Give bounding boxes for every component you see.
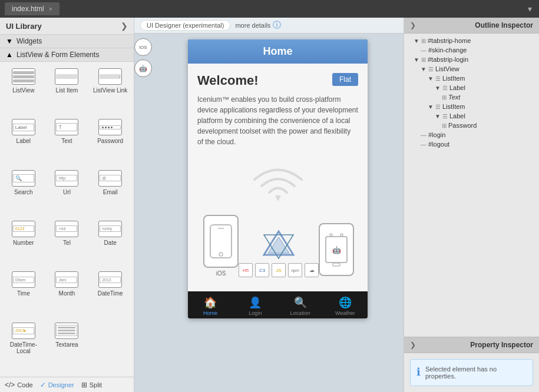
- file-tab[interactable]: index.html ×: [5, 2, 59, 15]
- widgets-grid: ListView List Item › ListView Link: [0, 62, 134, 377]
- tree-label-2-label: Label: [449, 112, 465, 119]
- tree-listitem-2[interactable]: ▼ ☰ ListItem: [406, 102, 537, 111]
- flat-btn[interactable]: Flat: [332, 73, 358, 86]
- tree-grid-icon-2: ⊞: [421, 57, 426, 63]
- tab-bar: 🏠 Home 👤 Login 🔍 Location 🌐: [188, 291, 368, 318]
- phone-ios-body: [203, 215, 239, 268]
- html5-icon: H5: [239, 263, 253, 277]
- widget-label[interactable]: Label Label: [2, 115, 45, 164]
- widget-search[interactable]: 🔍 Search: [2, 166, 45, 215]
- tab-home[interactable]: 🏠 Home: [188, 291, 233, 318]
- date-icon: m/d/y: [98, 221, 122, 237]
- tree-label-1[interactable]: ▼ ☰ Label: [406, 83, 537, 92]
- widget-number[interactable]: 0123 Number: [2, 217, 45, 266]
- title-more-btn[interactable]: ▾: [525, 3, 534, 15]
- property-expand-btn[interactable]: ❯: [410, 341, 416, 349]
- widget-time-label: Time: [17, 290, 30, 297]
- url-icon: http:: [55, 170, 78, 187]
- tree-expand-icon: ▼: [414, 38, 419, 44]
- widget-password-label: Password: [97, 138, 123, 144]
- tab-close-btn[interactable]: ×: [49, 5, 52, 12]
- tree-password-1[interactable]: ⊞ Password: [406, 121, 537, 130]
- library-header: UI Library ❯: [0, 18, 134, 35]
- weather-tab-label: Weather: [335, 310, 355, 316]
- tree-text-icon: ⊞: [442, 94, 447, 101]
- android-btn[interactable]: 🤖: [134, 59, 152, 77]
- code-btn[interactable]: </> Code: [5, 381, 33, 389]
- android-icon: 🤖: [139, 65, 147, 72]
- center-panel: UI Designer (experimental) more details …: [134, 18, 404, 392]
- widget-datetime-local-label: DateTime-Local: [5, 341, 42, 354]
- tree-label-icon-2: ☰: [442, 113, 448, 119]
- tab-location[interactable]: 🔍 Location: [278, 291, 323, 318]
- location-tab-label: Location: [290, 310, 310, 316]
- info-icon: ℹ: [416, 366, 421, 378]
- widget-date[interactable]: m/d/y Date: [89, 217, 131, 266]
- tree-listitem-1[interactable]: ▼ ☰ ListItem: [406, 74, 537, 83]
- tree-expand-icon-6: ▼: [428, 104, 434, 110]
- widget-list-item[interactable]: List Item: [46, 64, 88, 114]
- more-details-btn[interactable]: more details ⓘ: [235, 20, 281, 31]
- tree-tabstrip-login[interactable]: ▼ ⊞ #tabstrip-login: [406, 55, 537, 64]
- widget-datetime[interactable]: 2013 DateTime: [89, 267, 131, 317]
- widget-url[interactable]: http: Url: [46, 166, 88, 215]
- tree-label-icon-1: ☰: [442, 85, 448, 91]
- designer-toolbar: UI Designer (experimental) more details …: [134, 18, 404, 34]
- right-panel: ❯ Outline Inspector ▼ ⊞ #tabstrip-home —…: [404, 18, 539, 392]
- widget-datetime-label: DateTime: [98, 290, 123, 297]
- widget-time[interactable]: 09am Time: [2, 267, 45, 317]
- widget-tel[interactable]: +44 Tel: [46, 217, 88, 266]
- list-item-icon: [55, 68, 78, 85]
- property-inspector-title: Property Inspector: [470, 341, 533, 349]
- tree-expand-icon-3: ▼: [421, 66, 426, 72]
- tree-listview-label: ListView: [435, 65, 459, 72]
- tab-login[interactable]: 👤 Login: [233, 291, 277, 318]
- outline-expand-btn[interactable]: ❯: [410, 21, 416, 29]
- designer-btn[interactable]: ✓ Designer: [40, 381, 74, 389]
- tree-listview[interactable]: ▼ ☰ ListView: [406, 64, 537, 74]
- tree-logout-hash: —: [421, 141, 426, 148]
- tree-expand-icon-5: ▼: [435, 85, 441, 91]
- phone-ios-label: iOS: [216, 270, 226, 277]
- tree-skin-change-label: #skin-change: [428, 46, 467, 54]
- library-title: UI Library: [6, 22, 42, 31]
- section-listview[interactable]: ▲ ListView & Form Elements: [0, 48, 134, 62]
- tree-tabstrip-home-label: #tabstrip-home: [428, 37, 471, 44]
- widget-month[interactable]: Jan/ Month: [46, 267, 88, 317]
- widget-email[interactable]: @ Email: [89, 166, 131, 215]
- js-icon: JS: [272, 263, 286, 277]
- section-widgets[interactable]: ▼ Widgets: [0, 35, 134, 48]
- search-icon: 🔍: [12, 170, 35, 187]
- tree-text-1[interactable]: ⊞ Text: [406, 92, 537, 102]
- library-collapse-btn[interactable]: ❯: [121, 21, 128, 31]
- phone-ios: iOS: [203, 215, 239, 277]
- phone-android-body: 🤖: [319, 223, 354, 276]
- property-notice-text: Selected element has no properties.: [425, 366, 527, 380]
- npm-icon: npm: [288, 263, 302, 277]
- widget-textarea[interactable]: Textarea: [46, 318, 88, 374]
- widget-listview[interactable]: ListView: [2, 64, 45, 114]
- tree-skin-change[interactable]: — #skin-change: [406, 45, 537, 55]
- left-bottom-bar: </> Code ✓ Designer ⊞ Split: [0, 377, 134, 392]
- tree-logout[interactable]: — #logout: [406, 139, 537, 149]
- tree-expand-icon-4: ▼: [428, 75, 434, 82]
- ios-btn[interactable]: iOS: [134, 38, 152, 56]
- code-icon: </>: [5, 381, 15, 389]
- widget-password[interactable]: Password: [89, 115, 131, 164]
- section-listview-arrow: ▲: [6, 51, 13, 59]
- location-tab-icon: 🔍: [294, 296, 307, 309]
- widget-datetime-local[interactable]: 2013▸ DateTime-Local: [2, 318, 45, 374]
- tree-tabstrip-login-label: #tabstrip-login: [428, 56, 468, 63]
- tree-login[interactable]: — #login: [406, 130, 537, 139]
- tab-weather[interactable]: 🌐 Weather: [323, 291, 368, 318]
- tree-tabstrip-home[interactable]: ▼ ⊞ #tabstrip-home: [406, 36, 537, 45]
- split-btn[interactable]: ⊞ Split: [81, 381, 102, 389]
- widget-listview-link[interactable]: › ListView Link: [89, 64, 131, 114]
- widget-text[interactable]: T Text: [46, 115, 88, 164]
- tree-label-2[interactable]: ▼ ☰ Label: [406, 111, 537, 121]
- designer-badge: UI Designer (experimental): [140, 20, 230, 31]
- svg-marker-4: [268, 237, 289, 253]
- widget-listview-label: ListView: [12, 87, 34, 94]
- tech-icons: H5 C3 JS npm ☁: [239, 263, 319, 277]
- more-details-icon: ⓘ: [273, 20, 281, 31]
